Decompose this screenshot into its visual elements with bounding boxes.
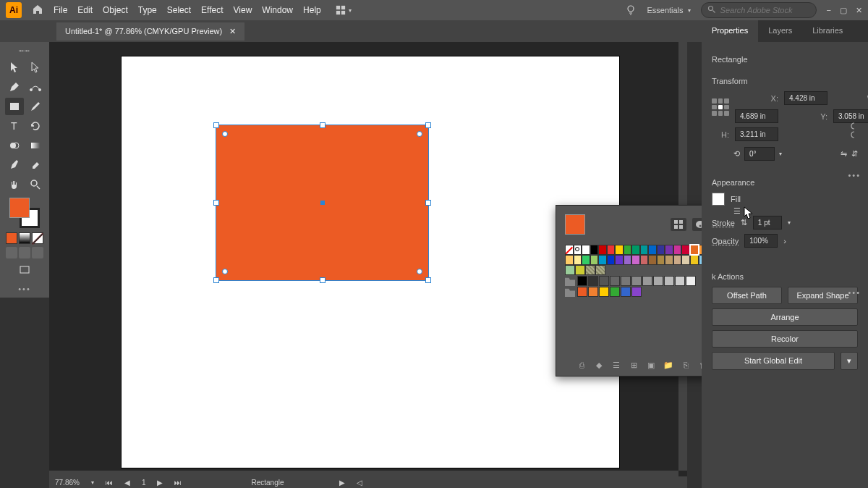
close-icon[interactable]: ✕ <box>229 27 236 36</box>
swatch[interactable] <box>610 276 620 286</box>
swatch[interactable] <box>582 245 590 255</box>
paintbrush-tool[interactable] <box>26 98 45 115</box>
artboard[interactable] <box>122 56 619 468</box>
swatch[interactable] <box>610 287 620 297</box>
none-option[interactable] <box>32 232 43 244</box>
chevron-down-icon[interactable]: ▾ <box>779 151 782 157</box>
link-icon[interactable]: ⎘ <box>681 360 691 370</box>
gradient-tool[interactable] <box>26 137 45 154</box>
menu-effect[interactable]: Effect <box>201 5 223 15</box>
swatch[interactable] <box>599 287 609 297</box>
search-stock[interactable] <box>701 2 817 18</box>
swatch[interactable] <box>565 255 574 265</box>
current-fill-swatch[interactable] <box>565 214 585 235</box>
flip-vertical-icon[interactable]: ⇵ <box>851 149 858 159</box>
swatch[interactable] <box>675 276 685 286</box>
zoom-level[interactable]: 77.86% <box>55 479 80 487</box>
swatch[interactable] <box>631 276 642 286</box>
swatch[interactable] <box>588 276 598 286</box>
swatch-view-icon[interactable] <box>671 218 686 231</box>
fill-chip[interactable] <box>712 193 725 206</box>
opacity-field[interactable] <box>744 234 778 248</box>
fill-stroke-indicator[interactable] <box>9 198 40 228</box>
swatch[interactable] <box>598 255 607 265</box>
swatch-pattern[interactable] <box>595 265 605 275</box>
h-field[interactable] <box>735 127 778 141</box>
swatch[interactable] <box>577 287 587 297</box>
list-icon[interactable]: ☰ <box>733 206 741 216</box>
swatch[interactable] <box>621 276 631 286</box>
rectangle-tool[interactable] <box>5 98 24 115</box>
swatch[interactable] <box>607 245 616 255</box>
selection-handle[interactable] <box>213 122 219 128</box>
menu-window[interactable]: Window <box>262 5 293 15</box>
swatch[interactable] <box>598 245 607 255</box>
folder-icon[interactable] <box>565 287 575 297</box>
direct-selection-tool[interactable] <box>26 59 45 76</box>
selection-handle[interactable] <box>425 277 431 283</box>
pen-tool[interactable] <box>5 78 24 96</box>
show-swatch-kinds-icon[interactable]: ◆ <box>594 360 604 370</box>
panel-grip[interactable]: ┉┉ <box>3 46 46 56</box>
home-icon[interactable] <box>32 4 43 17</box>
swatch[interactable] <box>631 245 640 255</box>
corner-widget[interactable] <box>222 131 228 137</box>
tab-libraries[interactable]: Libraries <box>802 20 853 42</box>
type-tool[interactable]: T <box>5 117 24 135</box>
chevron-right-icon[interactable]: › <box>783 237 786 245</box>
menu-type[interactable]: Type <box>138 5 157 15</box>
artboard-number[interactable]: 1 <box>142 479 146 487</box>
swatch[interactable] <box>624 255 632 265</box>
swatch-options-icon[interactable]: ☰ <box>611 360 621 370</box>
menu-help[interactable]: Help <box>303 5 321 15</box>
swatch[interactable] <box>631 255 640 265</box>
swatch[interactable] <box>615 245 624 255</box>
search-input[interactable] <box>720 6 810 14</box>
more-options-icon[interactable]: ••• <box>848 288 861 297</box>
color-option[interactable] <box>6 232 17 244</box>
selection-handle[interactable] <box>213 200 219 206</box>
play-icon[interactable]: ▶ <box>339 479 345 487</box>
swatch-registration[interactable] <box>574 245 582 255</box>
swatch[interactable] <box>648 255 657 265</box>
swatch[interactable] <box>631 287 642 297</box>
swatch[interactable] <box>690 245 699 255</box>
swatch[interactable] <box>648 245 657 255</box>
arrange-docs-icon[interactable]: ▾ <box>336 5 352 15</box>
curvature-tool[interactable] <box>26 78 45 96</box>
swatch[interactable] <box>565 265 575 275</box>
close-button[interactable]: ✕ <box>856 6 862 15</box>
swatch[interactable] <box>621 287 631 297</box>
swatch[interactable] <box>577 276 587 286</box>
lightbulb-icon[interactable] <box>625 4 637 17</box>
arrange-button[interactable]: Arrange <box>712 308 858 326</box>
selection-handle[interactable] <box>425 122 431 128</box>
corner-widget[interactable] <box>222 269 228 274</box>
draw-behind[interactable] <box>19 247 30 258</box>
selection-tool[interactable] <box>5 59 24 76</box>
first-artboard-icon[interactable]: ⏮ <box>106 479 113 487</box>
shape-builder-tool[interactable] <box>5 137 24 154</box>
menu-view[interactable]: View <box>234 5 252 15</box>
more-options-icon[interactable]: ••• <box>848 171 861 180</box>
menu-object[interactable]: Object <box>103 5 128 15</box>
swatch[interactable] <box>607 255 616 265</box>
swatch[interactable] <box>673 255 682 265</box>
w-field[interactable] <box>735 109 778 123</box>
fill-color[interactable] <box>9 198 30 218</box>
swatch[interactable] <box>690 255 699 265</box>
swatch[interactable] <box>657 255 665 265</box>
back-icon[interactable]: ◁ <box>357 479 362 487</box>
offset-path-button[interactable]: Offset Path <box>712 287 782 304</box>
eraser-tool[interactable] <box>26 156 45 174</box>
menu-select[interactable]: Select <box>167 5 191 15</box>
swatch[interactable] <box>590 255 599 265</box>
maximize-button[interactable]: ▢ <box>840 6 847 15</box>
swatch[interactable] <box>653 276 663 286</box>
last-artboard-icon[interactable]: ⏭ <box>174 479 182 487</box>
x-field[interactable] <box>784 91 827 105</box>
corner-widget[interactable] <box>417 131 422 137</box>
edit-toolbar[interactable]: ••• <box>3 285 46 293</box>
swatch[interactable] <box>599 276 609 286</box>
stroke-weight-field[interactable] <box>753 216 782 230</box>
